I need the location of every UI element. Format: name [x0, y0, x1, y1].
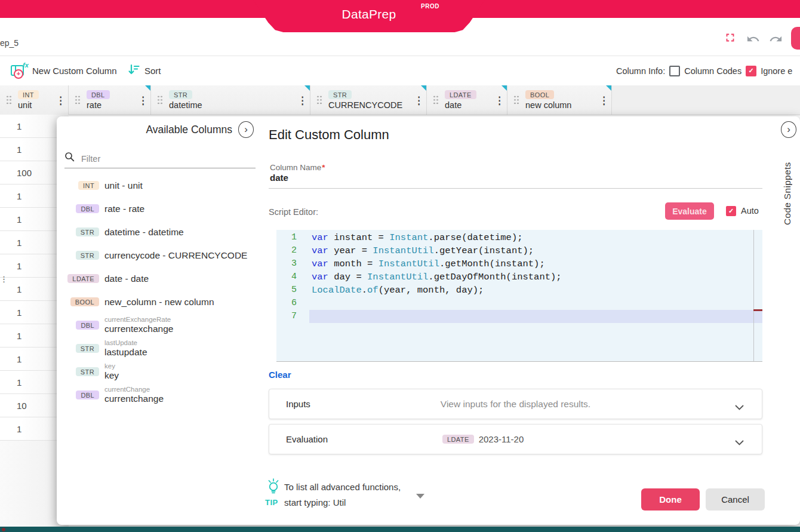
drag-handle-icon[interactable]	[157, 95, 163, 105]
tip-dropdown-icon[interactable]	[416, 494, 424, 499]
redo-icon[interactable]	[769, 32, 783, 47]
column-name: datetime	[169, 100, 202, 110]
grid-column-header[interactable]: LDATEdate⋮	[427, 85, 507, 115]
available-column-item[interactable]: STRlastUpdatelastupdate	[62, 337, 268, 360]
environment-badge: PROD	[421, 3, 439, 10]
column-type-badge: STR	[76, 344, 99, 353]
column-type-badge: DBL	[76, 321, 99, 330]
available-column-item[interactable]: STRcurrencycode - CURRENCYCODE	[62, 244, 268, 267]
column-type-badge: STR	[76, 251, 99, 260]
grid-column-header[interactable]: DBLrate⋮	[69, 85, 151, 115]
drag-handle-icon[interactable]	[316, 95, 322, 105]
cell-value: 1	[17, 121, 21, 131]
code-line[interactable]	[309, 297, 762, 310]
filter-field[interactable]	[64, 146, 256, 168]
column-name: new column	[525, 100, 571, 110]
available-column-item[interactable]: STRkeykey	[62, 360, 268, 383]
column-item-label: lastupdate	[104, 347, 147, 358]
evaluation-section[interactable]: Evaluation LDATE 2023-11-20	[269, 424, 762, 454]
grid-column-header[interactable]: STRCURRENCYCODE⋮	[310, 85, 427, 115]
column-type-badge: STR	[76, 367, 99, 376]
new-custom-column-button[interactable]: +fx New Custom Column	[10, 56, 117, 85]
available-column-item[interactable]: DBLcurrentChangecurrentchange	[62, 383, 268, 407]
chevron-down-icon[interactable]	[735, 402, 744, 413]
column-menu-icon[interactable]: ⋮	[495, 94, 504, 106]
ignore-errors-checkbox[interactable]: ✓	[746, 66, 756, 76]
drag-handle-icon[interactable]	[6, 95, 12, 105]
code-line[interactable]: var month = InstantUtil.getMonth(instant…	[309, 257, 762, 270]
grid-column-header[interactable]: BOOLnew column⋮	[507, 85, 612, 115]
grid-column-header[interactable]: STRdatetime⋮	[151, 85, 310, 115]
drag-handle-icon[interactable]	[513, 95, 519, 105]
available-column-item[interactable]: BOOLnew_column - new column	[62, 290, 268, 313]
column-name-input[interactable]: date	[270, 173, 288, 183]
column-type-badge: BOOL	[70, 297, 99, 306]
expand-code-snippets-button[interactable]: ›	[781, 121, 796, 138]
auto-label: Auto	[741, 206, 759, 216]
drag-handle-icon[interactable]	[75, 95, 81, 105]
column-type-badge: STR	[328, 90, 352, 99]
code-lines: var instant = Instant.parse(datetime);va…	[309, 231, 762, 323]
column-source-sublabel: currentChange	[104, 386, 164, 393]
column-menu-icon[interactable]: ⋮	[56, 94, 65, 106]
collapse-columns-panel-button[interactable]: ›	[238, 121, 254, 138]
new-custom-column-icon: +fx	[10, 63, 27, 79]
cell-value: 1	[17, 424, 21, 434]
column-name: CURRENCYCODE	[328, 100, 402, 110]
done-button[interactable]: Done	[641, 488, 700, 511]
lightbulb-icon	[266, 478, 281, 497]
line-number: 5	[276, 284, 297, 297]
code-line[interactable]: var instant = Instant.parse(datetime);	[309, 231, 762, 244]
app-tab: DataPrep PROD	[253, 0, 485, 32]
column-codes-checkbox[interactable]	[669, 66, 680, 76]
grid-header: INTunit⋮DBLrate⋮STRdatetime⋮STRCURRENCYC…	[0, 85, 800, 115]
inputs-section[interactable]: Inputs View inputs for the displayed res…	[269, 389, 762, 419]
cell-value: 1	[17, 284, 21, 294]
available-column-item[interactable]: LDATEdate - date	[62, 267, 268, 290]
column-menu-icon[interactable]: ⋮	[599, 94, 608, 106]
evaluation-title: Evaluation	[286, 434, 328, 444]
active-code-line[interactable]	[309, 310, 762, 323]
filter-input[interactable]	[80, 153, 238, 164]
available-column-item[interactable]: INTunit - unit	[62, 174, 268, 197]
cell-value: 1	[17, 354, 21, 364]
script-editor-label: Script Editor:	[269, 207, 318, 217]
column-menu-icon[interactable]: ⋮	[139, 94, 147, 106]
sort-button[interactable]: Sort	[128, 56, 161, 85]
auto-evaluate-checkbox[interactable]: ✓	[726, 206, 736, 216]
clear-link[interactable]: Clear	[269, 370, 291, 380]
line-number: 7	[276, 310, 297, 323]
available-column-item[interactable]: DBLrate - rate	[62, 197, 268, 220]
available-column-item[interactable]: STRdatetime - datetime	[62, 220, 268, 244]
column-type-badge: LDATE	[445, 90, 476, 99]
code-line[interactable]: LocalDate.of(year, month, day);	[309, 284, 762, 297]
undo-icon[interactable]	[746, 32, 761, 47]
drag-handle-icon[interactable]	[433, 95, 439, 105]
column-info-label: Column Info:	[616, 66, 665, 76]
available-column-item[interactable]: DBLcurrentExchangeRatecurrentexchange	[62, 313, 268, 337]
column-item-label: datetime - datetime	[104, 227, 184, 238]
cancel-button[interactable]: Cancel	[706, 488, 765, 511]
chevron-down-icon[interactable]	[735, 437, 744, 448]
sort-label: Sort	[144, 66, 161, 76]
column-item-label: currentchange	[104, 393, 164, 404]
grid-column-header[interactable]: INTunit⋮	[0, 85, 69, 115]
code-line[interactable]: var day = InstantUtil.getDayOfMonth(inst…	[309, 270, 762, 284]
line-number: 2	[276, 244, 297, 257]
tip-text-line2: start typing: Util	[284, 497, 346, 508]
column-source-sublabel: currentExchangeRate	[104, 316, 173, 324]
column-menu-icon[interactable]: ⋮	[414, 94, 423, 106]
bottom-status-bar	[0, 527, 800, 532]
edit-custom-column-dialog: Available Columns › INTunit - unitDBLrat…	[57, 116, 800, 525]
column-item-label: date - date	[104, 273, 149, 284]
new-custom-column-label: New Custom Column	[32, 66, 117, 76]
column-marker-icon	[304, 85, 310, 91]
edge-action-button[interactable]	[791, 27, 800, 50]
fullscreen-icon[interactable]	[724, 31, 738, 45]
evaluate-button[interactable]: Evaluate	[665, 202, 714, 220]
column-name: date	[445, 100, 461, 110]
column-menu-icon[interactable]: ⋮	[298, 94, 307, 106]
code-line[interactable]: var year = InstantUtil.getYear(instant);	[309, 244, 762, 257]
script-editor[interactable]: 1234567 var instant = Instant.parse(date…	[276, 230, 762, 362]
row-menu-icon[interactable]: ⋮	[0, 275, 8, 284]
